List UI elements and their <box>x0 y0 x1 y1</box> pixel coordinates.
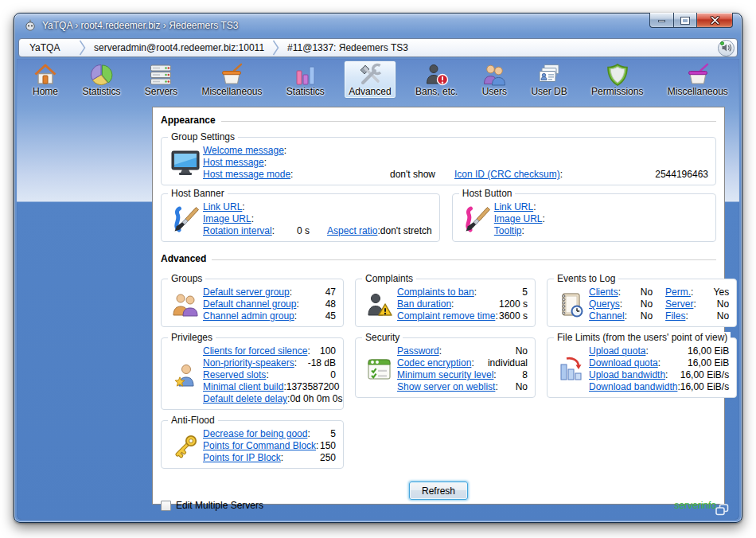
upload-quota-link[interactable]: Upload quota <box>589 345 645 357</box>
colon-text: : <box>307 345 310 357</box>
toolbar-item-servers[interactable]: Servers <box>140 60 182 99</box>
window-controls <box>649 13 733 28</box>
button-image-url-link[interactable]: Image URL <box>494 213 543 224</box>
log-querys-link[interactable]: Querys <box>589 298 620 310</box>
setting-row: Default channel group:48 <box>203 298 336 310</box>
complaint-remove-time-link[interactable]: Complaint remove time <box>397 310 495 322</box>
default-delete-delay-link[interactable]: Default delete delay <box>203 393 287 404</box>
log-server-link[interactable]: Server <box>665 298 693 310</box>
button-link-url-link[interactable]: Link URL <box>494 201 533 212</box>
edit-multiple-servers-label: Edit Multiple Servers <box>176 500 263 511</box>
toolbar-item-permissions[interactable]: Permissions <box>586 60 648 99</box>
colon-text: : <box>658 357 661 368</box>
minimum-security-level-link[interactable]: Minimum security level <box>397 369 493 380</box>
log-perm-link[interactable]: Perm. <box>665 287 691 298</box>
upload-bandwidth-link[interactable]: Upload bandwidth <box>589 369 665 380</box>
colon-text: : <box>451 298 454 310</box>
log-files-link[interactable]: Files <box>665 310 685 322</box>
toolbar: Home Statistics Servers Miscellaneous <box>28 60 733 103</box>
setting-row: Default delete delay:0d 0h 0m 0s <box>203 393 336 405</box>
rotation-interval-link[interactable]: Rotation interval <box>203 225 272 236</box>
breadcrumb-item-connection[interactable]: serveradmin@root4.redeemer.biz:10011 <box>86 40 272 56</box>
colon-text: : <box>625 310 627 322</box>
default-server-group-link[interactable]: Default server group <box>203 287 290 298</box>
setting-value: 8 <box>522 369 528 381</box>
colon-text: : <box>471 357 473 368</box>
minimize-button[interactable] <box>649 13 673 28</box>
minimal-client-build-link[interactable]: Minimal client build <box>203 381 283 392</box>
groupbox-host-banner: Host Banner Link URL: Image URL: <box>161 193 440 242</box>
setting-row: Perm.:Yes <box>665 287 729 298</box>
colon-text: : <box>533 201 536 212</box>
toolbar-item-bans[interactable]: Bans, etc. <box>411 60 462 99</box>
groupbox-title: Complaints <box>362 273 416 284</box>
decrease-being-good-link[interactable]: Decrease for being good <box>203 428 307 439</box>
setting-row: Files:No <box>665 310 729 322</box>
colon-text: : <box>665 369 668 380</box>
setting-value: No <box>516 345 528 357</box>
download-quota-link[interactable]: Download quota <box>589 357 658 368</box>
default-channel-group-link[interactable]: Default channel group <box>203 298 296 310</box>
toolbar-item-users[interactable]: Users <box>477 60 512 99</box>
setting-value: 250 <box>320 452 336 464</box>
show-server-on-weblist-link[interactable]: Show server on weblist <box>397 381 495 392</box>
log-clients-link[interactable]: Clients <box>589 287 618 298</box>
window-restore-icon[interactable] <box>715 504 729 516</box>
toolbar-item-user-db[interactable]: User DB <box>526 60 571 99</box>
forced-silence-link[interactable]: Clients for forced silence <box>203 345 307 357</box>
non-priority-speakers-link[interactable]: Non-priority-speakers <box>203 357 294 368</box>
colon-text: : <box>266 369 268 380</box>
complaints-to-ban-link[interactable]: Complaints to ban <box>397 287 474 298</box>
aspect-ratio-link[interactable]: Aspect ratio <box>327 225 377 236</box>
toolbar-item-label: Users <box>482 86 507 97</box>
close-icon <box>710 16 720 25</box>
toolbar-item-miscellaneous-1[interactable]: Miscellaneous <box>197 60 267 99</box>
password-link[interactable]: Password <box>397 345 439 357</box>
toolbar-item-home[interactable]: Home <box>28 60 63 99</box>
toolbar-item-statistics-server[interactable]: Statistics <box>282 60 329 99</box>
toolbar-item-label: Servers <box>145 86 177 97</box>
banner-image-url-link[interactable]: Image URL <box>203 213 251 224</box>
host-message-mode-link[interactable]: Host message mode <box>203 169 290 180</box>
welcome-message-link[interactable]: Welcome message <box>203 145 284 156</box>
paintbrush-blue-icon <box>168 206 203 233</box>
banner-link-url-link[interactable]: Link URL <box>203 201 242 212</box>
setting-value: 5 <box>522 287 528 298</box>
channel-admin-group-link[interactable]: Channel admin group <box>203 310 294 322</box>
colon-text: : <box>560 169 563 180</box>
download-bandwidth-link[interactable]: Download bandwidth <box>589 381 677 392</box>
breadcrumb-item-server[interactable]: #11@1337: Яedeemers TS3 <box>279 40 416 56</box>
close-button[interactable] <box>696 13 733 28</box>
colon-text: : <box>316 440 318 451</box>
edit-multiple-servers-checkbox[interactable] <box>161 501 171 511</box>
colon-text: : <box>618 287 621 298</box>
setting-value: 16,00 EiB <box>688 357 729 369</box>
window-title: YaTQA › root4.redeemer.biz › Яedeemers T… <box>42 20 238 31</box>
breadcrumb: YaTQA serveradmin@root4.redeemer.biz:100… <box>18 38 738 57</box>
maximize-button[interactable] <box>673 13 696 28</box>
icon-id-link[interactable]: Icon ID (CRC checksum) <box>454 169 560 180</box>
colon-text: : <box>495 310 497 322</box>
setting-row: Minimum security level:8 <box>397 369 528 381</box>
log-channel-link[interactable]: Channel <box>589 310 625 322</box>
points-ip-block-link[interactable]: Points for IP Block <box>203 452 281 463</box>
breadcrumb-item-yatqa[interactable]: YaTQA <box>21 40 79 56</box>
setting-value: No <box>516 381 528 393</box>
setting-row: Upload bandwidth:16,00 EiB/s <box>589 369 729 381</box>
groupbox-title: Anti-Flood <box>168 415 218 426</box>
toolbar-item-advanced[interactable]: Advanced <box>344 60 396 99</box>
points-command-block-link[interactable]: Points for Command Block <box>203 440 316 451</box>
setting-row: Rotation interval: 0 s Aspect ratio: don… <box>203 225 432 237</box>
section-title: Appearance <box>161 115 216 126</box>
ban-duration-link[interactable]: Ban duration <box>397 298 451 310</box>
host-message-link[interactable]: Host message <box>203 157 264 168</box>
toolbar-item-miscellaneous-2[interactable]: Miscellaneous <box>663 60 733 99</box>
setting-row: Clients for forced silence:100 <box>203 345 336 357</box>
refresh-button[interactable]: Refresh <box>409 481 468 500</box>
codec-encryption-link[interactable]: Codec encryption <box>397 357 471 368</box>
sound-status-button[interactable] <box>718 40 735 57</box>
reserved-slots-link[interactable]: Reserved slots <box>203 369 266 380</box>
tooltip-link[interactable]: Tooltip <box>494 225 522 236</box>
toolbar-item-statistics[interactable]: Statistics <box>77 60 125 99</box>
titlebar[interactable]: YaTQA › root4.redeemer.biz › Яedeemers T… <box>14 14 742 37</box>
